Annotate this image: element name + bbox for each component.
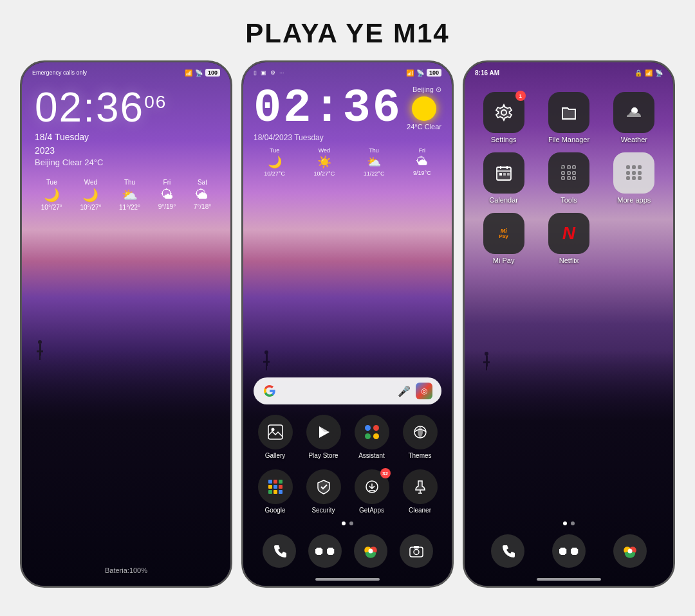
status-icon-gear: ⚙ — [270, 69, 275, 76]
weather-icon-3 — [613, 92, 654, 133]
assistant-icon — [355, 415, 389, 449]
app-grid-3-row3: Mi Pay Mi Pay N Netflix — [465, 208, 673, 267]
status-right-2: 📶 📡 100 — [406, 69, 441, 77]
gallery-icon — [258, 415, 293, 449]
app-grid-3-row2: Calendar 📞 — [465, 147, 673, 206]
app-getapps[interactable]: 32 GetApps — [348, 467, 396, 516]
status-icon-square: ▣ — [261, 69, 266, 76]
app-weather[interactable]: Weather — [603, 92, 665, 143]
dock-chrome-2[interactable] — [354, 534, 387, 568]
battery-2: 100 — [427, 69, 441, 77]
page-dot-2 — [349, 521, 353, 525]
status-right-1: 📶 📡 100 — [185, 69, 220, 77]
app-empty — [603, 213, 665, 264]
netflix-icon: N — [548, 213, 589, 254]
app-netflix[interactable]: N Netflix — [537, 213, 600, 264]
clock-widget-1: 02:3606 18/4 Tuesday 2023 Beijing Clear … — [22, 80, 230, 171]
page-indicator-3 — [465, 519, 673, 528]
clock-header-2: 02:36 18/04/2023 Tuesday Beijing ⊙ 24°C … — [243, 80, 452, 145]
themes-label: Themes — [408, 452, 431, 459]
app-grid-2-row2: Google Security 32 — [243, 464, 452, 519]
forecast-thu: Thu ⛅ 11°/22° — [119, 179, 140, 211]
signal-icon-1: 📶 — [185, 69, 192, 77]
getapps-badge: 32 — [380, 468, 391, 478]
dock-camera-2[interactable] — [400, 534, 433, 568]
forecast-tue: Tue 🌙 10°/27° — [41, 179, 62, 211]
wifi-icon-1: 📡 — [195, 69, 203, 77]
dock-voicemail-3[interactable]: ⏺⏺ — [552, 534, 586, 568]
phone-3: 8:16 AM 🔒 📶 📡 1 — [463, 60, 675, 588]
page-dot-3-2 — [571, 521, 575, 525]
calendar-label: Calendar — [489, 196, 518, 204]
clock-location-1: Beijing Clear 24°C — [35, 158, 218, 167]
app-mipay[interactable]: Mi Pay Mi Pay — [472, 213, 535, 264]
svg-rect-0 — [268, 425, 283, 439]
app-playstore[interactable]: Play Store — [299, 412, 348, 462]
svg-point-1 — [271, 428, 274, 431]
security-label: Security — [311, 507, 335, 514]
home-indicator-3 — [537, 578, 601, 581]
tools-label: Tools — [561, 196, 577, 204]
google-icon — [258, 469, 293, 504]
status-icon-dots: ··· — [279, 69, 284, 76]
settings-label: Settings — [491, 136, 517, 143]
assistant-label: Assistant — [358, 452, 385, 459]
weather-forecast-1: Tue 🌙 10°/27° Wed 🌙 10°/27° Thu ⛅ 11°/22… — [22, 174, 230, 216]
netflix-label: Netflix — [559, 257, 579, 264]
battery-1: 100 — [205, 69, 220, 77]
status-bar-1: Emergency calls only 📶 📡 100 — [22, 62, 230, 80]
app-cleaner[interactable]: Cleaner — [396, 467, 444, 516]
app-file-manager[interactable]: File Manager — [537, 92, 600, 143]
lens-icon: ◎ — [416, 383, 432, 399]
app-assistant[interactable]: Assistant — [348, 412, 396, 462]
svg-point-10 — [414, 550, 419, 555]
forecast-wed: Wed 🌙 10°/27° — [80, 179, 101, 211]
battery-text-1: Bateria:100% — [22, 566, 230, 574]
status-bar-2: ▯ ▣ ⚙ ··· 📶 📡 100 — [243, 62, 452, 80]
dock-chrome-3[interactable] — [613, 534, 647, 568]
svg-rect-9 — [410, 547, 423, 557]
mipay-label: Mi Pay — [493, 257, 515, 264]
search-bar-2[interactable]: 🎤 ◎ — [254, 377, 441, 404]
svg-rect-11 — [414, 546, 419, 548]
playstore-icon — [306, 415, 341, 449]
mic-icon: 🎤 — [398, 385, 411, 397]
dock-voicemail-2[interactable]: ⏺⏺ — [308, 534, 342, 568]
dock-phone-2[interactable] — [263, 534, 296, 568]
themes-icon — [403, 415, 438, 449]
dock-phone-3[interactable] — [491, 534, 524, 568]
app-tools[interactable]: 📞 Tools — [537, 152, 600, 204]
app-settings[interactable]: 1 Settings — [472, 92, 535, 143]
svg-rect-20 — [507, 173, 510, 176]
more-apps-icon — [613, 152, 654, 194]
app-themes[interactable]: Themes — [396, 412, 444, 462]
status-icon-portrait: ▯ — [254, 69, 257, 76]
forecast-sat: Sat 🌥 7°/18° — [194, 179, 211, 211]
page-dot-3-active — [563, 521, 567, 525]
weather-label: Weather — [621, 136, 647, 143]
tools-icon: 📞 — [548, 152, 589, 194]
clock-date-1: 18/4 Tuesday 2023 — [35, 131, 218, 158]
phone-2: ▯ ▣ ⚙ ··· 📶 📡 100 02:36 18/04/2023 Tuesd… — [241, 60, 454, 588]
dock-2: ⏺⏺ — [243, 530, 452, 574]
app-security[interactable]: Security — [299, 467, 348, 516]
app-calendar[interactable]: Calendar — [472, 152, 535, 204]
digital-clock-2: 02:36 — [254, 86, 402, 132]
settings-badge: 1 — [515, 91, 526, 101]
mipay-icon: Mi Pay — [483, 213, 524, 254]
app-gallery[interactable]: Gallery — [251, 412, 299, 462]
svg-point-8 — [368, 549, 373, 554]
home-indicator-2 — [315, 578, 380, 581]
app-grid-3-row1: 1 Settings File Manage — [465, 87, 673, 146]
app-google[interactable]: Google — [251, 467, 299, 516]
google-g-icon — [263, 384, 277, 398]
cleaner-icon — [403, 469, 438, 504]
forecast-row-2: Tue 🌙 10/27°C Wed ☀️ 10/27°C Thu ⛅ 11/22… — [243, 145, 452, 181]
svg-rect-18 — [499, 173, 502, 176]
calendar-icon — [483, 152, 524, 194]
cleaner-label: Cleaner — [409, 507, 431, 514]
app-more-apps[interactable]: More apps — [603, 152, 665, 204]
app-grid-2-row1: Gallery Play Store — [243, 410, 452, 464]
playstore-label: Play Store — [308, 452, 338, 459]
getapps-label: GetApps — [359, 507, 384, 514]
